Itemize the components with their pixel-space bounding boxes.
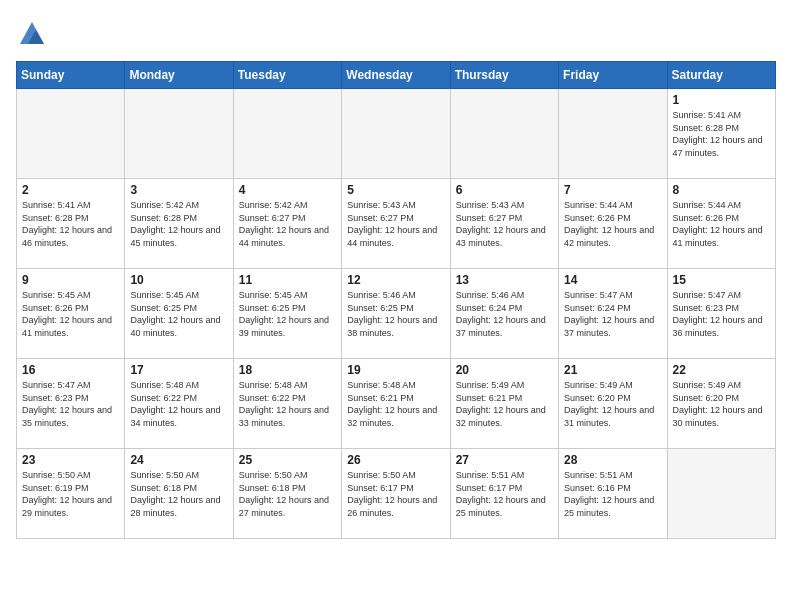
day-info: Sunrise: 5:49 AM Sunset: 6:20 PM Dayligh… [673, 379, 770, 429]
calendar-table: SundayMondayTuesdayWednesdayThursdayFrid… [16, 61, 776, 539]
calendar-cell: 16Sunrise: 5:47 AM Sunset: 6:23 PM Dayli… [17, 359, 125, 449]
calendar-cell: 25Sunrise: 5:50 AM Sunset: 6:18 PM Dayli… [233, 449, 341, 539]
calendar-cell: 11Sunrise: 5:45 AM Sunset: 6:25 PM Dayli… [233, 269, 341, 359]
day-number: 16 [22, 363, 119, 377]
day-number: 12 [347, 273, 444, 287]
calendar-cell: 1Sunrise: 5:41 AM Sunset: 6:28 PM Daylig… [667, 89, 775, 179]
calendar-cell: 4Sunrise: 5:42 AM Sunset: 6:27 PM Daylig… [233, 179, 341, 269]
logo-icon [18, 20, 46, 48]
day-info: Sunrise: 5:51 AM Sunset: 6:17 PM Dayligh… [456, 469, 553, 519]
header-monday: Monday [125, 62, 233, 89]
header-saturday: Saturday [667, 62, 775, 89]
day-info: Sunrise: 5:47 AM Sunset: 6:23 PM Dayligh… [22, 379, 119, 429]
calendar-cell [450, 89, 558, 179]
day-number: 8 [673, 183, 770, 197]
calendar-cell: 2Sunrise: 5:41 AM Sunset: 6:28 PM Daylig… [17, 179, 125, 269]
calendar-cell: 12Sunrise: 5:46 AM Sunset: 6:25 PM Dayli… [342, 269, 450, 359]
calendar-cell: 27Sunrise: 5:51 AM Sunset: 6:17 PM Dayli… [450, 449, 558, 539]
day-number: 5 [347, 183, 444, 197]
day-number: 3 [130, 183, 227, 197]
calendar-header-row: SundayMondayTuesdayWednesdayThursdayFrid… [17, 62, 776, 89]
week-row-4: 23Sunrise: 5:50 AM Sunset: 6:19 PM Dayli… [17, 449, 776, 539]
day-info: Sunrise: 5:49 AM Sunset: 6:20 PM Dayligh… [564, 379, 661, 429]
day-number: 4 [239, 183, 336, 197]
calendar-cell: 8Sunrise: 5:44 AM Sunset: 6:26 PM Daylig… [667, 179, 775, 269]
header-wednesday: Wednesday [342, 62, 450, 89]
calendar-cell: 18Sunrise: 5:48 AM Sunset: 6:22 PM Dayli… [233, 359, 341, 449]
day-info: Sunrise: 5:47 AM Sunset: 6:24 PM Dayligh… [564, 289, 661, 339]
day-info: Sunrise: 5:45 AM Sunset: 6:26 PM Dayligh… [22, 289, 119, 339]
day-info: Sunrise: 5:44 AM Sunset: 6:26 PM Dayligh… [564, 199, 661, 249]
week-row-0: 1Sunrise: 5:41 AM Sunset: 6:28 PM Daylig… [17, 89, 776, 179]
day-number: 22 [673, 363, 770, 377]
day-info: Sunrise: 5:45 AM Sunset: 6:25 PM Dayligh… [130, 289, 227, 339]
day-number: 18 [239, 363, 336, 377]
day-info: Sunrise: 5:42 AM Sunset: 6:28 PM Dayligh… [130, 199, 227, 249]
calendar-cell [559, 89, 667, 179]
day-number: 19 [347, 363, 444, 377]
calendar-cell: 3Sunrise: 5:42 AM Sunset: 6:28 PM Daylig… [125, 179, 233, 269]
day-number: 26 [347, 453, 444, 467]
calendar-cell: 23Sunrise: 5:50 AM Sunset: 6:19 PM Dayli… [17, 449, 125, 539]
calendar-cell: 24Sunrise: 5:50 AM Sunset: 6:18 PM Dayli… [125, 449, 233, 539]
day-info: Sunrise: 5:50 AM Sunset: 6:17 PM Dayligh… [347, 469, 444, 519]
header-thursday: Thursday [450, 62, 558, 89]
day-number: 28 [564, 453, 661, 467]
day-info: Sunrise: 5:50 AM Sunset: 6:19 PM Dayligh… [22, 469, 119, 519]
calendar-cell: 28Sunrise: 5:51 AM Sunset: 6:16 PM Dayli… [559, 449, 667, 539]
calendar-cell: 5Sunrise: 5:43 AM Sunset: 6:27 PM Daylig… [342, 179, 450, 269]
calendar-cell [342, 89, 450, 179]
calendar-cell: 22Sunrise: 5:49 AM Sunset: 6:20 PM Dayli… [667, 359, 775, 449]
calendar-cell: 20Sunrise: 5:49 AM Sunset: 6:21 PM Dayli… [450, 359, 558, 449]
day-number: 2 [22, 183, 119, 197]
day-number: 27 [456, 453, 553, 467]
day-number: 21 [564, 363, 661, 377]
calendar-cell: 19Sunrise: 5:48 AM Sunset: 6:21 PM Dayli… [342, 359, 450, 449]
day-number: 17 [130, 363, 227, 377]
day-info: Sunrise: 5:41 AM Sunset: 6:28 PM Dayligh… [22, 199, 119, 249]
day-number: 15 [673, 273, 770, 287]
day-number: 23 [22, 453, 119, 467]
day-info: Sunrise: 5:44 AM Sunset: 6:26 PM Dayligh… [673, 199, 770, 249]
calendar-cell: 14Sunrise: 5:47 AM Sunset: 6:24 PM Dayli… [559, 269, 667, 359]
day-info: Sunrise: 5:42 AM Sunset: 6:27 PM Dayligh… [239, 199, 336, 249]
day-number: 11 [239, 273, 336, 287]
calendar-cell: 21Sunrise: 5:49 AM Sunset: 6:20 PM Dayli… [559, 359, 667, 449]
calendar-cell [125, 89, 233, 179]
week-row-1: 2Sunrise: 5:41 AM Sunset: 6:28 PM Daylig… [17, 179, 776, 269]
calendar-cell: 9Sunrise: 5:45 AM Sunset: 6:26 PM Daylig… [17, 269, 125, 359]
day-info: Sunrise: 5:50 AM Sunset: 6:18 PM Dayligh… [239, 469, 336, 519]
day-info: Sunrise: 5:46 AM Sunset: 6:24 PM Dayligh… [456, 289, 553, 339]
header [16, 16, 776, 49]
day-info: Sunrise: 5:48 AM Sunset: 6:22 PM Dayligh… [130, 379, 227, 429]
calendar-cell: 13Sunrise: 5:46 AM Sunset: 6:24 PM Dayli… [450, 269, 558, 359]
header-friday: Friday [559, 62, 667, 89]
day-info: Sunrise: 5:48 AM Sunset: 6:21 PM Dayligh… [347, 379, 444, 429]
day-number: 1 [673, 93, 770, 107]
day-info: Sunrise: 5:46 AM Sunset: 6:25 PM Dayligh… [347, 289, 444, 339]
week-row-2: 9Sunrise: 5:45 AM Sunset: 6:26 PM Daylig… [17, 269, 776, 359]
day-info: Sunrise: 5:47 AM Sunset: 6:23 PM Dayligh… [673, 289, 770, 339]
logo [16, 20, 46, 49]
calendar-cell [233, 89, 341, 179]
day-number: 6 [456, 183, 553, 197]
week-row-3: 16Sunrise: 5:47 AM Sunset: 6:23 PM Dayli… [17, 359, 776, 449]
day-info: Sunrise: 5:51 AM Sunset: 6:16 PM Dayligh… [564, 469, 661, 519]
calendar-cell: 17Sunrise: 5:48 AM Sunset: 6:22 PM Dayli… [125, 359, 233, 449]
calendar-cell: 10Sunrise: 5:45 AM Sunset: 6:25 PM Dayli… [125, 269, 233, 359]
day-number: 24 [130, 453, 227, 467]
calendar-body: 1Sunrise: 5:41 AM Sunset: 6:28 PM Daylig… [17, 89, 776, 539]
calendar-cell [667, 449, 775, 539]
day-info: Sunrise: 5:43 AM Sunset: 6:27 PM Dayligh… [347, 199, 444, 249]
day-number: 20 [456, 363, 553, 377]
calendar-cell: 15Sunrise: 5:47 AM Sunset: 6:23 PM Dayli… [667, 269, 775, 359]
day-info: Sunrise: 5:43 AM Sunset: 6:27 PM Dayligh… [456, 199, 553, 249]
day-info: Sunrise: 5:48 AM Sunset: 6:22 PM Dayligh… [239, 379, 336, 429]
header-sunday: Sunday [17, 62, 125, 89]
calendar-cell: 7Sunrise: 5:44 AM Sunset: 6:26 PM Daylig… [559, 179, 667, 269]
calendar-cell: 26Sunrise: 5:50 AM Sunset: 6:17 PM Dayli… [342, 449, 450, 539]
calendar-cell: 6Sunrise: 5:43 AM Sunset: 6:27 PM Daylig… [450, 179, 558, 269]
day-info: Sunrise: 5:49 AM Sunset: 6:21 PM Dayligh… [456, 379, 553, 429]
day-info: Sunrise: 5:50 AM Sunset: 6:18 PM Dayligh… [130, 469, 227, 519]
day-number: 9 [22, 273, 119, 287]
